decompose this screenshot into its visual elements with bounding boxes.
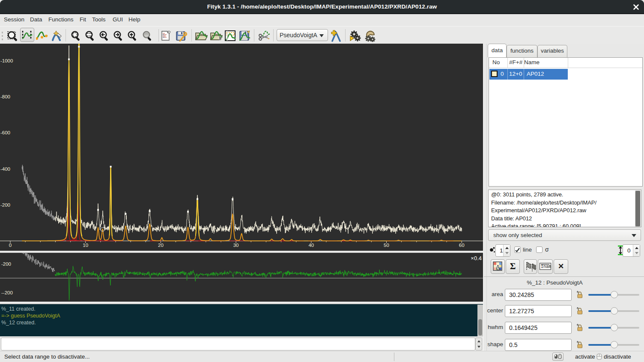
svg-text:×0.4: ×0.4	[471, 255, 482, 261]
svg-text:60: 60	[459, 243, 465, 248]
svg-text:20: 20	[158, 243, 164, 248]
svg-text:-200: -200	[0, 202, 10, 208]
svg-text:--200: --200	[1, 290, 13, 295]
svg-text:40: 40	[308, 243, 314, 248]
svg-text:-200: -200	[1, 261, 11, 267]
svg-text:10: 10	[83, 243, 88, 248]
svg-text:0: 0	[9, 243, 12, 248]
svg-text:30: 30	[233, 243, 239, 248]
svg-text:-1000: -1000	[0, 58, 13, 63]
svg-text:-800: -800	[0, 94, 10, 99]
svg-text:50: 50	[384, 243, 389, 248]
svg-text:-400: -400	[0, 166, 10, 172]
svg-text:-600: -600	[0, 130, 10, 135]
svg-text:Inam: Inam	[541, 264, 551, 269]
